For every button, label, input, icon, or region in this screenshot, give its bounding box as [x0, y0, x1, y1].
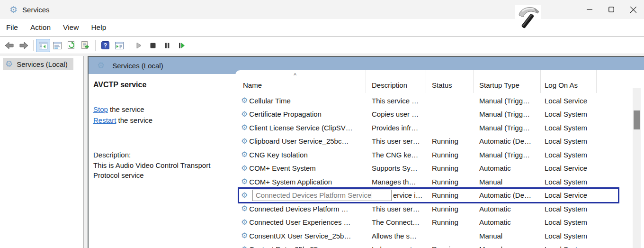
restart-service-link[interactable]: Restart	[93, 116, 116, 124]
service-startup-type: Manual	[474, 178, 541, 186]
service-status: Running	[426, 205, 474, 213]
service-name: Contact Data_25bc55	[249, 245, 318, 248]
help-icon: ?	[101, 41, 109, 49]
service-description: The CNG ke…	[366, 151, 426, 159]
service-name-cell: ⚙Cellular Time	[239, 97, 366, 105]
content-area: ⚙ Services (Local) ⚙ Services (Local) AV…	[0, 54, 644, 248]
service-name-cell: ⚙CNG Key Isolation	[239, 151, 366, 159]
service-description: Supports Sy…	[366, 164, 426, 172]
column-header-logon-as[interactable]: Log On As	[541, 70, 597, 93]
list-header: Name Description Status Startup Type Log…	[239, 70, 618, 93]
properties-button[interactable]	[50, 39, 64, 52]
band-title: Services (Local)	[112, 62, 163, 70]
menu-action[interactable]: Action	[24, 19, 57, 36]
export-list-button[interactable]	[79, 39, 93, 52]
services-gear-icon: ⚙	[5, 60, 13, 68]
restart-service-suffix: the service	[116, 116, 152, 124]
menu-file[interactable]: File	[0, 19, 24, 36]
column-header-description[interactable]: Description	[366, 70, 426, 93]
table-row[interactable]: ⚙Clipboard User Service_25bc…This user s…	[239, 135, 618, 148]
maximize-icon	[608, 7, 614, 12]
stop-service-suffix: the service	[108, 105, 144, 113]
service-startup-type: Automatic	[474, 164, 541, 172]
service-startup-type: Manual	[474, 232, 541, 240]
minimize-icon	[587, 7, 592, 12]
stop-service-icon	[150, 42, 156, 49]
service-description: This user ser…	[366, 137, 426, 145]
table-row[interactable]: ⚙Contact Data_25bc55Indexes cont…Running…	[239, 243, 618, 248]
services-main-panel: ⚙ Services (Local) AVCTP service Stop th…	[88, 56, 644, 248]
table-row[interactable]: ⚙Connected Devices Platform Serviceervic…	[239, 189, 618, 202]
table-row[interactable]: ⚙Client License Service (ClipSV…Provides…	[239, 121, 618, 135]
close-button[interactable]	[622, 0, 644, 19]
export-list-icon	[81, 41, 90, 49]
service-logon-as: Local System	[541, 232, 597, 240]
pause-service-button[interactable]	[160, 39, 174, 52]
service-name: Connected User Experiences …	[249, 218, 350, 226]
stop-service-line: Stop the service	[93, 104, 235, 115]
service-logon-as: Local System	[541, 110, 597, 118]
toolbar-separator	[95, 40, 96, 51]
service-status: Running	[426, 178, 474, 186]
service-startup-type: Manual (Trigg…	[474, 151, 541, 159]
service-name-cell: ⚙COM+ System Application	[239, 178, 366, 186]
help-button[interactable]: ?	[98, 39, 112, 52]
table-row[interactable]: ⚙COM+ Event SystemSupports Sy…RunningAut…	[239, 162, 618, 175]
table-row[interactable]: ⚙Cellular TimeThis service …Manual (Trig…	[239, 94, 618, 108]
back-button[interactable]	[2, 39, 17, 52]
service-name: Connected Devices Platform …	[249, 205, 348, 213]
service-rename-input[interactable]: Connected Devices Platform Service	[252, 192, 366, 199]
service-startup-type: Automatic (De…	[474, 191, 541, 199]
forward-icon	[19, 42, 28, 49]
service-gear-icon: ⚙	[241, 151, 248, 158]
start-service-button[interactable]	[132, 39, 146, 52]
service-logon-as: Local System	[541, 245, 597, 248]
toolbar-separator	[129, 40, 129, 51]
forward-button[interactable]	[17, 39, 31, 52]
service-name-cell: ⚙COM+ Event System	[239, 164, 366, 172]
service-gear-icon: ⚙	[241, 219, 248, 226]
scrollbar-thumb[interactable]	[634, 110, 640, 129]
menu-help[interactable]: Help	[85, 19, 112, 36]
service-description: Provides infr…	[366, 124, 426, 132]
show-hide-action-pane-button[interactable]	[112, 39, 126, 52]
table-row[interactable]: ⚙COM+ System ApplicationManages th…Runni…	[239, 175, 618, 189]
tree-item-services-local[interactable]: ⚙ Services (Local)	[3, 58, 73, 70]
service-gear-icon: ⚙	[241, 246, 248, 248]
svg-text:?: ?	[103, 42, 107, 49]
service-name-cell: ⚙Connected User Experiences …	[239, 218, 366, 226]
service-description: Manages th…	[366, 178, 426, 186]
minimize-button[interactable]	[579, 0, 600, 19]
stop-service-link[interactable]: Stop	[93, 105, 108, 113]
column-header-startup-type[interactable]: Startup Type	[474, 70, 541, 93]
maximize-button[interactable]	[600, 0, 622, 19]
service-name-cell: ⚙Connected Devices Platform …	[239, 205, 366, 213]
service-gear-icon: ⚙	[241, 124, 248, 131]
service-name: Clipboard User Service_25bc…	[249, 137, 349, 145]
console-tree-panel: ⚙ Services (Local)	[0, 56, 84, 248]
services-list-panel: ^ Name Description Status Startup Type L…	[235, 70, 644, 248]
service-logon-as: Local System	[541, 218, 597, 226]
restart-service-icon	[178, 42, 185, 49]
show-hide-console-tree-button[interactable]	[36, 39, 50, 52]
table-row[interactable]: ⚙CNG Key IsolationThe CNG ke…RunningManu…	[239, 148, 618, 162]
service-description: Copies user …	[366, 110, 426, 118]
table-row[interactable]: ⚙Connected Devices Platform …This user s…	[239, 202, 618, 216]
restart-service-button[interactable]	[174, 39, 188, 52]
selected-service-name: AVCTP service	[93, 81, 235, 89]
service-status: Running	[426, 191, 474, 199]
vertical-scrollbar[interactable]	[633, 88, 641, 248]
service-status: Running	[426, 151, 474, 159]
stop-service-button[interactable]	[146, 39, 160, 52]
table-row[interactable]: ⚙ConsentUX User Service_25b…Allows the s…	[239, 229, 618, 243]
service-startup-type: Manual (Trigg…	[474, 110, 541, 118]
refresh-button[interactable]	[64, 39, 79, 52]
start-service-icon	[135, 42, 142, 49]
table-row[interactable]: ⚙Connected User Experiences …The Connect…	[239, 216, 618, 230]
menu-view[interactable]: View	[57, 19, 85, 36]
column-header-name[interactable]: Name	[239, 70, 366, 93]
menu-bar: File Action View Help	[0, 19, 644, 37]
table-row[interactable]: ⚙Certificate PropagationCopies user …Man…	[239, 108, 618, 121]
column-header-status[interactable]: Status	[426, 70, 474, 93]
service-logon-as: Local System	[541, 178, 597, 186]
